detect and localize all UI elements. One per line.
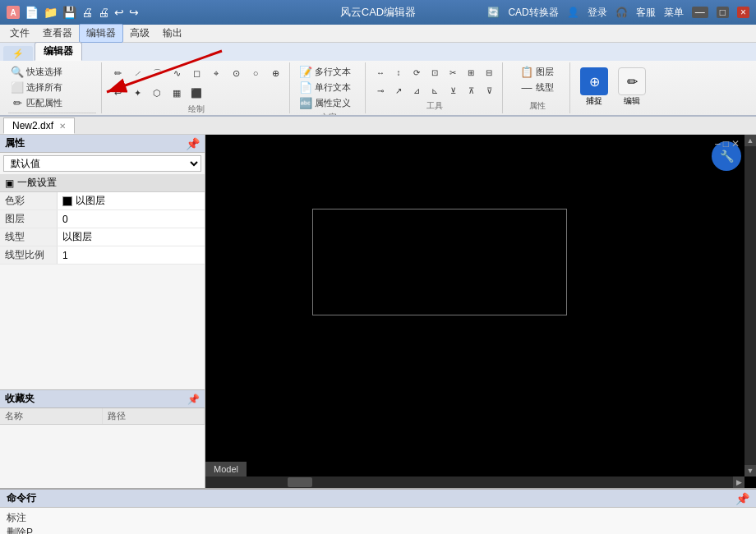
ellipse-btn[interactable]: ○	[247, 64, 265, 82]
cad-converter-btn[interactable]: CAD转换器	[508, 6, 558, 20]
wipeout-icon: ✦	[134, 88, 141, 99]
arc-btn[interactable]: ⌒	[148, 64, 166, 82]
canvas-controls: – □ ✕	[715, 138, 740, 150]
scroll-right-btn[interactable]: ▶	[733, 476, 744, 488]
tool1-icon: ↔	[376, 68, 385, 77]
redo-icon[interactable]: ↪	[129, 6, 139, 19]
tool6-btn[interactable]: ⊞	[463, 64, 479, 81]
menu-file[interactable]: 文件	[3, 25, 36, 42]
favorites-pin[interactable]: 📌	[187, 394, 200, 405]
select-btns: 🔍 快速选择 ⬜ 选择所有 ✏ 匹配属性 ⬛ 块编辑器	[8, 64, 96, 115]
region-btn[interactable]: ↩	[108, 84, 127, 102]
select-all-icon: ⬜	[11, 81, 24, 94]
close-btn[interactable]: ×	[737, 7, 749, 18]
tool13-btn[interactable]: ⊼	[463, 82, 479, 99]
model-tab[interactable]: Model	[205, 462, 247, 476]
h-scroll-thumb[interactable]	[288, 477, 312, 487]
polyline-btn[interactable]: ⟋	[128, 64, 146, 82]
login-btn[interactable]: 登录	[588, 6, 607, 20]
document-tab[interactable]: New2.dxf ✕	[3, 117, 75, 134]
tool6-icon: ⊞	[468, 68, 474, 77]
match-props-btn[interactable]: ✏ 匹配属性	[8, 95, 65, 110]
tool1-btn[interactable]: ↔	[372, 64, 389, 81]
canvas-area[interactable]: – □ ✕ 🔧 Model ▶ ▲ ▼	[205, 135, 756, 488]
layer-btn[interactable]: 📋 图层	[518, 64, 556, 79]
cmd-log-line1: 标注	[7, 511, 749, 525]
prop-layer-value[interactable]: 0	[58, 210, 205, 228]
tool10-icon: ⊿	[413, 86, 420, 95]
tool8-icon: ⊸	[377, 86, 384, 95]
v-scrollbar[interactable]: ▲ ▼	[744, 135, 756, 476]
mtext-btn[interactable]: 📝 多行文本	[297, 64, 353, 79]
image-btn[interactable]: ⬛	[187, 84, 205, 102]
select-all-btn[interactable]: ⬜ 选择所有	[8, 80, 65, 94]
prop-linetype-value[interactable]: 以图层	[58, 228, 205, 246]
polygon-btn[interactable]: ⬡	[148, 84, 166, 102]
tool8-btn[interactable]: ⊸	[372, 82, 389, 99]
max-btn[interactable]: □	[717, 7, 729, 18]
scroll-down-btn[interactable]: ▼	[744, 465, 756, 476]
tool2-icon: ↕	[397, 68, 401, 77]
rect-btn[interactable]: ◻	[187, 64, 205, 82]
props-group-general[interactable]: ▣ 一般设置	[0, 174, 205, 192]
min-btn[interactable]: —	[692, 7, 708, 18]
tool3-icon: ⟳	[413, 68, 420, 77]
hatch-btn[interactable]: ⊕	[266, 64, 284, 82]
point-btn[interactable]: ⌖	[207, 64, 225, 82]
tool10-btn[interactable]: ⊿	[408, 82, 425, 99]
tab-editor[interactable]: 编辑器	[35, 42, 82, 61]
menu-output[interactable]: 输出	[156, 25, 189, 42]
tool9-btn[interactable]: ↗	[390, 82, 407, 99]
h-scrollbar[interactable]: ▶	[205, 476, 744, 488]
edit-btn[interactable]: ✏ 编辑	[615, 66, 649, 108]
tool2-btn[interactable]: ↕	[390, 64, 407, 81]
table-btn[interactable]: ▦	[168, 84, 186, 102]
ribbon-group-draw: ✏ ⟋ ⌒ ∿ ◻ ⌖ ⊙ ○ ⊕ ↩ ✦ ⬡ ▦ ⬛ 绘制	[104, 62, 290, 113]
color-swatch	[62, 196, 72, 206]
tool14-btn[interactable]: ⊽	[481, 82, 497, 99]
scroll-up-btn[interactable]: ▲	[744, 135, 756, 146]
support-btn[interactable]: 客服	[636, 6, 656, 20]
tool12-btn[interactable]: ⊻	[445, 82, 461, 99]
properties-pin[interactable]: 📌	[186, 137, 200, 150]
prop-color-value[interactable]: 以图层	[58, 192, 205, 209]
prop-linescale-value[interactable]: 1	[58, 246, 205, 264]
group-header-label: 一般设置	[17, 176, 57, 190]
circle-btn[interactable]: ⊙	[227, 64, 245, 82]
snap-btn[interactable]: ⊕ 捕捉	[577, 66, 611, 108]
menu-edit[interactable]: 编辑器	[79, 24, 123, 43]
menu-btn[interactable]: 菜单	[664, 6, 684, 20]
canvas-min-btn[interactable]: –	[715, 138, 721, 150]
props-group-label: 属性	[509, 99, 565, 112]
wipeout-btn[interactable]: ✦	[128, 84, 146, 102]
stext-btn[interactable]: 📄 单行文本	[297, 80, 353, 94]
tool5-btn[interactable]: ✂	[445, 64, 461, 81]
command-title: 命令行	[7, 491, 36, 505]
print-icon[interactable]: 🖨	[98, 6, 109, 19]
tab-quickaccess[interactable]: ⚡	[3, 46, 33, 61]
tool4-btn[interactable]: ⊡	[426, 64, 443, 81]
tool7-btn[interactable]: ⊟	[481, 64, 497, 81]
line-btn[interactable]: ✏	[108, 64, 127, 82]
canvas-close-btn[interactable]: ✕	[731, 138, 740, 150]
spline-btn[interactable]: ∿	[168, 64, 186, 82]
save-icon[interactable]: 💾	[62, 6, 76, 19]
menu-advanced[interactable]: 高级	[123, 25, 156, 42]
save2-icon[interactable]: 🖨	[81, 6, 93, 19]
mtext-label: 多行文本	[315, 66, 351, 78]
canvas-restore-btn[interactable]: □	[723, 138, 729, 150]
undo-icon[interactable]: ↩	[114, 6, 124, 19]
tab-close-btn[interactable]: ✕	[59, 122, 66, 131]
tool11-btn[interactable]: ⊾	[426, 82, 443, 99]
quick-select-btn[interactable]: 🔍 快速选择	[8, 64, 65, 79]
open-icon[interactable]: 📁	[44, 6, 58, 19]
attdef-btn[interactable]: 🔤 属性定义	[297, 95, 353, 110]
table-icon: ▦	[173, 88, 181, 99]
properties-dropdown[interactable]: 默认值	[3, 155, 201, 172]
command-pin[interactable]: 📌	[735, 492, 749, 505]
linetype-btn[interactable]: — 线型	[518, 80, 556, 94]
menu-view[interactable]: 查看器	[36, 25, 79, 42]
new-icon[interactable]: 📄	[25, 6, 39, 19]
tool3-btn[interactable]: ⟳	[408, 64, 425, 81]
ribbon-tab-bar: ⚡ 编辑器	[0, 43, 756, 61]
